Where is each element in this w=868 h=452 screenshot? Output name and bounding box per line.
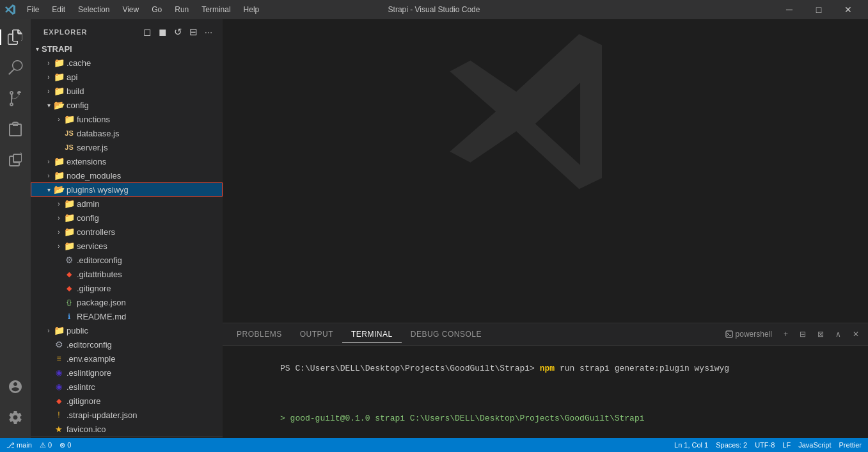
sidebar: EXPLORER ◻ ◼ ↺ ⊟ ··· ▾ STRAPI 📁 .cache [31,19,223,438]
folder-icon-services: 📁 [64,241,74,251]
activity-settings[interactable] [0,402,31,433]
tree-item-env-example[interactable]: ≡ .env.example [31,351,223,366]
status-language[interactable]: JavaScript [798,441,831,449]
settings-icon [8,410,23,425]
tree-item-strapi-updater[interactable]: ! .strapi-updater.json [31,408,223,422]
new-folder-icon[interactable]: ◼ [156,26,169,38]
tab-problems[interactable]: PROBLEMS [228,326,291,343]
tree-item-readme[interactable]: ℹ README.md [31,309,223,323]
tree-label-plugins-wysiwyg: plugins\ wysiwyg [67,185,129,195]
tree-item-package-json[interactable]: {} package.json [31,295,223,309]
activity-account[interactable] [0,371,31,402]
maximize-panel-button[interactable]: ∧ [832,328,845,340]
tree-item-editorconfig2[interactable]: ⚙ .editorconfig [31,253,223,267]
title-bar: File Edit Selection View Go Run Terminal… [0,0,868,19]
tree-item-node-modules[interactable]: 📁 node_modules [31,168,223,182]
eslint-icon-rc: ◉ [54,382,64,392]
tree-item-config2[interactable]: 📁 config [31,211,223,225]
activity-bar-bottom [0,371,31,438]
tree-item-eslintignore[interactable]: ◉ .eslintignore [31,366,223,380]
terminal-content[interactable]: PS C:\Users\DELL\Desktop\Projects\GoodGu… [223,346,868,438]
activity-search[interactable] [0,52,31,83]
tree-item-gitattributes[interactable]: ◆ .gitattributes [31,267,223,281]
editor-area [223,19,868,323]
tree-arrow-config2 [54,213,64,223]
tree-label-config2: config [77,213,99,223]
tree-label-config: config [67,101,89,110]
folder-icon-build: 📁 [54,86,64,96]
tree-item-public[interactable]: 📁 public [31,323,223,337]
status-errors[interactable]: ⚠ 0 [40,441,52,449]
tree-item-database[interactable]: JS database.js [31,126,223,140]
js-icon-server: JS [64,142,74,152]
status-eol[interactable]: LF [782,441,791,449]
status-spaces[interactable]: Spaces: 2 [716,441,747,449]
menu-selection[interactable]: Selection [73,4,114,15]
tab-terminal[interactable]: TERMINAL [342,326,402,343]
terminal-line-2: > good-guilt@0.1.0 strapi C:\Users\DELL\… [230,400,860,437]
menu-help[interactable]: Help [239,4,265,15]
tree-root-strapi[interactable]: ▾ STRAPI [31,42,223,56]
tree-item-controllers[interactable]: 📁 controllers [31,225,223,239]
close-button[interactable]: ✕ [833,0,863,19]
minimize-button[interactable]: ─ [775,0,804,19]
tree-label-favicon: favicon.ico [67,424,106,434]
status-formatter[interactable]: Prettier [839,441,862,449]
activity-extensions[interactable] [0,145,31,175]
tree-arrow-node-modules [43,170,54,181]
tree-item-server[interactable]: JS server.js [31,140,223,154]
menu-view[interactable]: View [117,4,144,15]
menu-run[interactable]: Run [170,4,194,15]
tree-item-extensions[interactable]: 📁 extensions [31,154,223,168]
tree-item-functions[interactable]: 📁 functions [31,112,223,126]
menu-go[interactable]: Go [146,4,167,15]
menu-file[interactable]: File [22,4,44,15]
eslint-icon-ignore: ◉ [54,367,64,378]
tree-item-admin[interactable]: 📁 admin [31,197,223,211]
collapse-icon[interactable]: ⊟ [187,26,200,38]
tab-output[interactable]: OUTPUT [291,326,342,343]
tab-debug-console[interactable]: DEBUG CONSOLE [402,326,491,343]
tree-item-services[interactable]: 📁 services [31,239,223,253]
activity-explorer[interactable] [0,22,31,52]
refresh-icon[interactable]: ↺ [171,26,184,38]
tree-item-api[interactable]: 📁 api [31,70,223,84]
tree-label-server: server.js [77,143,107,152]
status-branch[interactable]: ⎇ main [6,441,32,449]
tree-label-controllers: controllers [77,227,115,237]
tree-label-editorconfig2: .editorconfig [77,255,122,265]
tree-label-eslintignore: .eslintignore [67,368,111,378]
tree-item-eslintrc[interactable]: ◉ .eslintrc [31,380,223,394]
tree-label-api: api [67,72,77,82]
activity-scm[interactable] [0,83,31,114]
maximize-button[interactable]: □ [804,0,833,19]
tree-item-config[interactable]: 📂 config [31,98,223,112]
activity-debug[interactable] [0,114,31,145]
tree-item-gitignore[interactable]: ◆ .gitignore [31,394,223,408]
status-bar-left: ⎇ main ⚠ 0 ⊗ 0 [6,441,71,449]
kill-terminal-button[interactable]: ⊠ [814,328,828,340]
tree-item-favicon[interactable]: ★ favicon.ico [31,422,223,436]
tree-label-readme: README.md [77,312,126,321]
status-encoding[interactable]: UTF-8 [755,441,775,449]
favicon-icon: ★ [54,424,64,434]
more-actions-icon[interactable]: ··· [202,26,215,38]
tree-item-editorconfig[interactable]: ⚙ .editorconfig [31,337,223,351]
tree-item-plugins-wysiwyg[interactable]: 📂 plugins\ wysiwyg [31,182,223,197]
status-warnings[interactable]: ⊗ 0 [59,441,71,449]
close-panel-button[interactable]: ✕ [849,328,863,340]
menu-terminal[interactable]: Terminal [196,4,235,15]
tree-item-cache[interactable]: 📁 .cache [31,56,223,70]
tree-item-build[interactable]: 📁 build [31,84,223,98]
menu-edit[interactable]: Edit [47,4,70,15]
file-tree: ▾ STRAPI 📁 .cache 📁 api 📁 build [31,42,223,438]
status-position[interactable]: Ln 1, Col 1 [674,441,708,449]
tree-item-gitignore2[interactable]: ◆ .gitignore [31,281,223,295]
panel-tabs-left: PROBLEMS OUTPUT TERMINAL DEBUG CONSOLE [228,326,491,343]
add-terminal-button[interactable]: + [780,328,792,340]
git-icon-gitattributes: ◆ [64,269,74,279]
tree-arrow-build [43,86,54,96]
split-terminal-button[interactable]: ⊟ [796,328,810,340]
status-bar: ⎇ main ⚠ 0 ⊗ 0 Ln 1, Col 1 Spaces: 2 UTF… [0,438,868,452]
new-file-icon[interactable]: ◻ [141,26,154,38]
